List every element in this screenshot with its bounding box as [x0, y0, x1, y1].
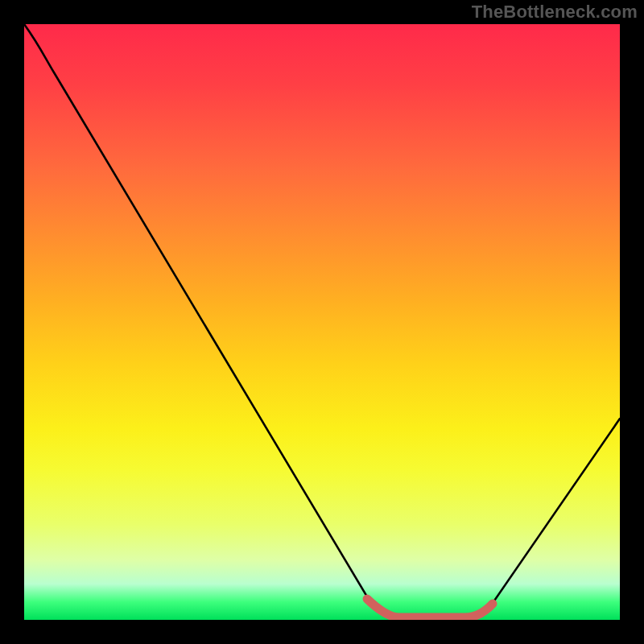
watermark-text: TheBottleneck.com: [472, 2, 638, 23]
optimal-band-highlight: [367, 599, 493, 617]
bottleneck-curve: [24, 24, 620, 617]
curve-layer: [24, 24, 620, 620]
chart-frame: TheBottleneck.com: [0, 0, 644, 644]
plot-area: [24, 24, 620, 620]
